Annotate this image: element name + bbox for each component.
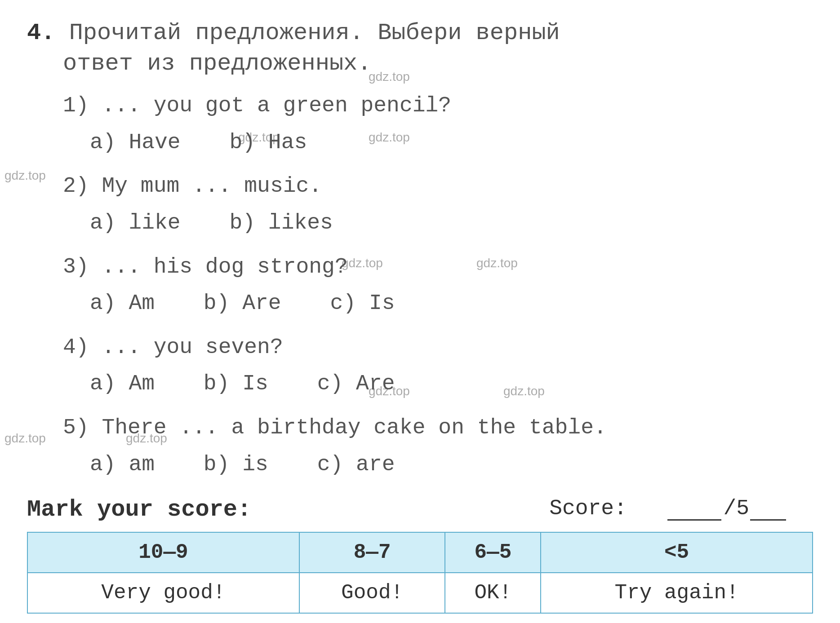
question-2-text: 2) My mum ... music. (63, 168, 813, 205)
question-2-answers: a) like b) likes (63, 205, 813, 242)
score-value-4: Try again! (541, 573, 813, 613)
question-3: 3) ... his dog strong? a) Am b) Are c) I… (63, 249, 813, 322)
score-col-3-header: 6—5 (445, 532, 541, 573)
score-table-header-row: 10—9 8—7 6—5 <5 (27, 532, 813, 573)
question-1-answer-b: b) Has (229, 124, 307, 161)
score-denominator: /5 (723, 496, 749, 521)
watermark-1: gdz.top (369, 70, 410, 84)
score-col-4-header: <5 (541, 532, 813, 573)
question-4-answers: a) Am b) Is c) Are (63, 366, 813, 402)
question-5-text: 5) There ... a birthday cake on the tabl… (63, 410, 813, 446)
mark-score-section: Mark your score: Score: /5 (27, 496, 813, 523)
watermark-9: gdz.top (4, 431, 46, 446)
score-value-1: Very good! (27, 573, 299, 613)
question-1-answers: a) Have b) Has (63, 124, 813, 161)
score-table-value-row: Very good! Good! OK! Try again! (27, 573, 813, 613)
question-1-text: 1) ... you got a green pencil? (63, 88, 813, 124)
question-1: 1) ... you got a green pencil? a) Have b… (63, 88, 813, 161)
question-3-answer-b: b) Are (204, 285, 281, 322)
question-3-text: 3) ... his dog strong? (63, 249, 813, 286)
question-3-answers: a) Am b) Are c) Is (63, 285, 813, 322)
question-4-text: 4) ... you seven? (63, 329, 813, 366)
task-header: 4. Прочитай предложения. Выбери верный о… (27, 18, 813, 79)
question-4-answer-b: b) Is (204, 366, 268, 402)
question-5-answer-b: b) is (204, 446, 268, 483)
question-5-answer-c: c) are (317, 446, 395, 483)
question-2: 2) My mum ... music. a) like b) likes (63, 168, 813, 241)
question-4: 4) ... you seven? a) Am b) Is c) Are (63, 329, 813, 402)
score-col-1-header: 10—9 (27, 532, 299, 573)
score-value-3: OK! (445, 573, 541, 613)
mark-label-text: Mark your score: (27, 496, 251, 523)
watermark-4: gdz.top (4, 168, 46, 183)
question-2-answer-a: a) like (90, 205, 181, 242)
question-2-answer-b: b) likes (229, 205, 333, 242)
question-5-answers: a) am b) is c) are (63, 446, 813, 483)
question-5-answer-a: a) am (90, 446, 155, 483)
task-number: 4. (27, 20, 55, 46)
question-1-answer-a: a) Have (90, 124, 181, 161)
task-instruction-line1: Прочитай предложения. Выбери верный (69, 20, 560, 46)
score-area: Score: /5 (549, 496, 813, 521)
question-3-answer-a: a) Am (90, 285, 155, 322)
question-4-answer-c: c) Are (317, 366, 395, 402)
score-value-2: Good! (299, 573, 445, 613)
task-body: 1) ... you got a green pencil? a) Have b… (27, 88, 813, 483)
score-label-text: Score: (549, 496, 627, 521)
mark-label: Mark your score: (27, 496, 251, 523)
score-table: 10—9 8—7 6—5 <5 Very good! Good! OK! Try… (27, 532, 813, 614)
question-5: 5) There ... a birthday cake on the tabl… (63, 410, 813, 483)
task-instruction-line2: ответ из предложенных. (27, 50, 372, 77)
score-input-line (667, 519, 721, 521)
score-after-line (750, 519, 786, 521)
question-3-answer-c: c) Is (330, 285, 395, 322)
question-4-answer-a: a) Am (90, 366, 155, 402)
score-col-2-header: 8—7 (299, 532, 445, 573)
